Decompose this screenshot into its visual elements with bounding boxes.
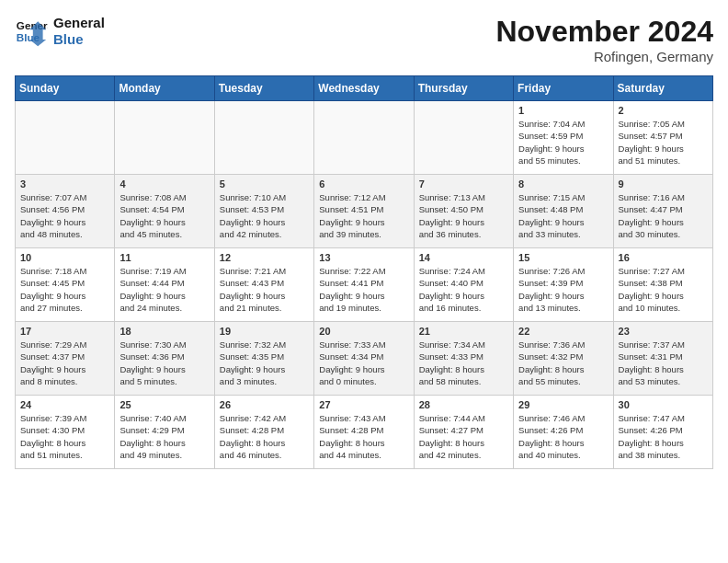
day-number: 1 bbox=[518, 105, 608, 116]
day-info: Sunrise: 7:34 AM Sunset: 4:33 PM Dayligh… bbox=[419, 339, 508, 387]
day-number: 21 bbox=[419, 326, 508, 337]
day-info: Sunrise: 7:24 AM Sunset: 4:40 PM Dayligh… bbox=[419, 265, 508, 314]
day-info: Sunrise: 7:19 AM Sunset: 4:44 PM Dayligh… bbox=[119, 265, 209, 314]
calendar-cell bbox=[214, 101, 313, 175]
day-number: 6 bbox=[319, 178, 408, 190]
calendar-cell: 7Sunrise: 7:13 AM Sunset: 4:50 PM Daylig… bbox=[414, 175, 513, 248]
calendar-cell: 17Sunrise: 7:29 AM Sunset: 4:37 PM Dayli… bbox=[16, 322, 115, 396]
calendar-cell: 1Sunrise: 7:04 AM Sunset: 4:59 PM Daylig… bbox=[514, 101, 613, 175]
day-number: 22 bbox=[518, 326, 608, 337]
calendar-cell: 20Sunrise: 7:33 AM Sunset: 4:34 PM Dayli… bbox=[314, 322, 414, 396]
calendar-cell: 10Sunrise: 7:18 AM Sunset: 4:45 PM Dayli… bbox=[16, 248, 115, 322]
day-info: Sunrise: 7:33 AM Sunset: 4:34 PM Dayligh… bbox=[319, 339, 408, 387]
calendar-cell: 23Sunrise: 7:37 AM Sunset: 4:31 PM Dayli… bbox=[613, 322, 712, 396]
day-number: 11 bbox=[119, 252, 209, 263]
weekday-header-row: SundayMondayTuesdayWednesdayThursdayFrid… bbox=[16, 76, 713, 101]
weekday-header-wednesday: Wednesday bbox=[314, 76, 414, 101]
calendar-cell: 9Sunrise: 7:16 AM Sunset: 4:47 PM Daylig… bbox=[613, 175, 712, 248]
day-info: Sunrise: 7:46 AM Sunset: 4:26 PM Dayligh… bbox=[518, 412, 608, 461]
calendar-cell bbox=[16, 101, 115, 175]
day-info: Sunrise: 7:27 AM Sunset: 4:38 PM Dayligh… bbox=[619, 265, 708, 314]
calendar-cell: 12Sunrise: 7:21 AM Sunset: 4:43 PM Dayli… bbox=[214, 248, 313, 322]
calendar-cell: 22Sunrise: 7:36 AM Sunset: 4:32 PM Dayli… bbox=[514, 322, 613, 396]
calendar-cell: 16Sunrise: 7:27 AM Sunset: 4:38 PM Dayli… bbox=[613, 248, 712, 322]
day-number: 27 bbox=[319, 399, 408, 410]
calendar-cell: 28Sunrise: 7:44 AM Sunset: 4:27 PM Dayli… bbox=[414, 396, 513, 469]
day-number: 24 bbox=[20, 399, 109, 410]
header: General Blue General Blue November 2024 … bbox=[15, 15, 713, 64]
calendar-cell: 26Sunrise: 7:42 AM Sunset: 4:28 PM Dayli… bbox=[214, 396, 313, 469]
calendar-cell: 14Sunrise: 7:24 AM Sunset: 4:40 PM Dayli… bbox=[414, 248, 513, 322]
day-info: Sunrise: 7:42 AM Sunset: 4:28 PM Dayligh… bbox=[220, 412, 309, 461]
logo-line2: Blue bbox=[53, 31, 105, 48]
weekday-header-monday: Monday bbox=[115, 76, 214, 101]
calendar-cell: 13Sunrise: 7:22 AM Sunset: 4:41 PM Dayli… bbox=[314, 248, 414, 322]
day-info: Sunrise: 7:37 AM Sunset: 4:31 PM Dayligh… bbox=[619, 339, 708, 387]
day-info: Sunrise: 7:08 AM Sunset: 4:54 PM Dayligh… bbox=[119, 191, 209, 240]
day-number: 13 bbox=[319, 252, 408, 263]
calendar-cell: 24Sunrise: 7:39 AM Sunset: 4:30 PM Dayli… bbox=[16, 396, 115, 469]
calendar-cell bbox=[115, 101, 214, 175]
calendar-cell: 25Sunrise: 7:40 AM Sunset: 4:29 PM Dayli… bbox=[115, 396, 214, 469]
day-number: 29 bbox=[518, 399, 608, 410]
location: Rofingen, Germany bbox=[495, 49, 713, 64]
day-info: Sunrise: 7:12 AM Sunset: 4:51 PM Dayligh… bbox=[319, 191, 408, 240]
calendar-cell: 6Sunrise: 7:12 AM Sunset: 4:51 PM Daylig… bbox=[314, 175, 414, 248]
calendar-cell: 21Sunrise: 7:34 AM Sunset: 4:33 PM Dayli… bbox=[414, 322, 513, 396]
day-number: 19 bbox=[220, 326, 309, 337]
calendar-cell: 4Sunrise: 7:08 AM Sunset: 4:54 PM Daylig… bbox=[115, 175, 214, 248]
calendar-cell: 27Sunrise: 7:43 AM Sunset: 4:28 PM Dayli… bbox=[314, 396, 414, 469]
day-number: 16 bbox=[619, 252, 708, 263]
calendar-week-row: 1Sunrise: 7:04 AM Sunset: 4:59 PM Daylig… bbox=[16, 101, 713, 175]
svg-text:General: General bbox=[17, 19, 48, 31]
day-number: 14 bbox=[419, 252, 508, 263]
calendar-body: 1Sunrise: 7:04 AM Sunset: 4:59 PM Daylig… bbox=[16, 101, 713, 469]
day-info: Sunrise: 7:18 AM Sunset: 4:45 PM Dayligh… bbox=[20, 265, 109, 314]
day-info: Sunrise: 7:40 AM Sunset: 4:29 PM Dayligh… bbox=[119, 412, 209, 461]
calendar-cell: 5Sunrise: 7:10 AM Sunset: 4:53 PM Daylig… bbox=[214, 175, 313, 248]
day-info: Sunrise: 7:04 AM Sunset: 4:59 PM Dayligh… bbox=[518, 118, 608, 167]
calendar-cell: 3Sunrise: 7:07 AM Sunset: 4:56 PM Daylig… bbox=[16, 175, 115, 248]
calendar-cell bbox=[314, 101, 414, 175]
calendar-week-row: 24Sunrise: 7:39 AM Sunset: 4:30 PM Dayli… bbox=[16, 396, 713, 469]
day-info: Sunrise: 7:26 AM Sunset: 4:39 PM Dayligh… bbox=[518, 265, 608, 314]
calendar-cell: 15Sunrise: 7:26 AM Sunset: 4:39 PM Dayli… bbox=[514, 248, 613, 322]
weekday-header-friday: Friday bbox=[514, 76, 613, 101]
day-info: Sunrise: 7:29 AM Sunset: 4:37 PM Dayligh… bbox=[20, 339, 109, 387]
calendar-cell: 8Sunrise: 7:15 AM Sunset: 4:48 PM Daylig… bbox=[514, 175, 613, 248]
day-info: Sunrise: 7:39 AM Sunset: 4:30 PM Dayligh… bbox=[20, 412, 109, 461]
day-number: 28 bbox=[419, 399, 508, 410]
calendar-header: SundayMondayTuesdayWednesdayThursdayFrid… bbox=[16, 76, 713, 101]
day-info: Sunrise: 7:30 AM Sunset: 4:36 PM Dayligh… bbox=[119, 339, 209, 387]
day-info: Sunrise: 7:47 AM Sunset: 4:26 PM Dayligh… bbox=[619, 412, 708, 461]
calendar-week-row: 10Sunrise: 7:18 AM Sunset: 4:45 PM Dayli… bbox=[16, 248, 713, 322]
day-info: Sunrise: 7:13 AM Sunset: 4:50 PM Dayligh… bbox=[419, 191, 508, 240]
day-info: Sunrise: 7:22 AM Sunset: 4:41 PM Dayligh… bbox=[319, 265, 408, 314]
calendar-cell: 29Sunrise: 7:46 AM Sunset: 4:26 PM Dayli… bbox=[514, 396, 613, 469]
day-number: 30 bbox=[619, 399, 708, 410]
day-info: Sunrise: 7:44 AM Sunset: 4:27 PM Dayligh… bbox=[419, 412, 508, 461]
day-info: Sunrise: 7:36 AM Sunset: 4:32 PM Dayligh… bbox=[518, 339, 608, 387]
day-number: 12 bbox=[220, 252, 309, 263]
day-number: 20 bbox=[319, 326, 408, 337]
weekday-header-thursday: Thursday bbox=[414, 76, 513, 101]
calendar-cell: 18Sunrise: 7:30 AM Sunset: 4:36 PM Dayli… bbox=[115, 322, 214, 396]
weekday-header-tuesday: Tuesday bbox=[214, 76, 313, 101]
calendar-week-row: 3Sunrise: 7:07 AM Sunset: 4:56 PM Daylig… bbox=[16, 175, 713, 248]
day-number: 5 bbox=[220, 178, 309, 190]
day-number: 8 bbox=[518, 178, 608, 190]
day-info: Sunrise: 7:10 AM Sunset: 4:53 PM Dayligh… bbox=[220, 191, 309, 240]
calendar-week-row: 17Sunrise: 7:29 AM Sunset: 4:37 PM Dayli… bbox=[16, 322, 713, 396]
day-info: Sunrise: 7:07 AM Sunset: 4:56 PM Dayligh… bbox=[20, 191, 109, 240]
day-number: 17 bbox=[20, 326, 109, 337]
day-info: Sunrise: 7:15 AM Sunset: 4:48 PM Dayligh… bbox=[518, 191, 608, 240]
logo-icon: General Blue bbox=[15, 15, 48, 48]
day-number: 2 bbox=[619, 105, 708, 116]
day-number: 10 bbox=[20, 252, 109, 263]
day-number: 18 bbox=[119, 326, 209, 337]
day-number: 7 bbox=[419, 178, 508, 190]
logo: General Blue General Blue bbox=[15, 15, 105, 48]
day-number: 9 bbox=[619, 178, 708, 190]
title-area: November 2024 Rofingen, Germany bbox=[495, 15, 713, 64]
day-info: Sunrise: 7:32 AM Sunset: 4:35 PM Dayligh… bbox=[220, 339, 309, 387]
